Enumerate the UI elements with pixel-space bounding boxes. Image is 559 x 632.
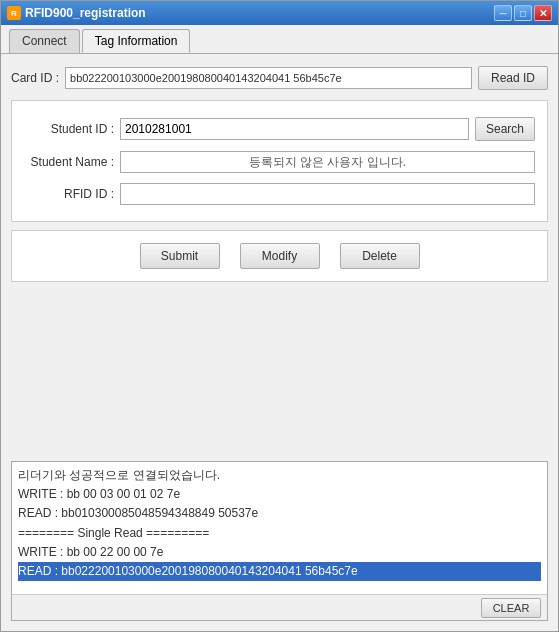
log-section: 리더기와 성공적으로 연결되었습니다.WRITE : bb 00 03 00 0…	[11, 461, 548, 621]
rfid-id-row: RFID ID :	[24, 183, 535, 205]
log-line: READ : bb022200103000e200198080040143204…	[18, 562, 541, 581]
info-box: Student ID : Search Student Name : RFID …	[11, 100, 548, 222]
main-window: R RFID900_registration ─ □ ✕ Connect Tag…	[0, 0, 559, 632]
main-content: Card ID : Read ID Student ID : Search St…	[1, 54, 558, 631]
student-id-input[interactable]	[120, 118, 469, 140]
log-line: WRITE : bb 00 22 00 00 7e	[18, 543, 541, 562]
title-buttons: ─ □ ✕	[494, 5, 552, 21]
search-button[interactable]: Search	[475, 117, 535, 141]
log-line: WRITE : bb 00 03 00 01 02 7e	[18, 485, 541, 504]
window-title: RFID900_registration	[25, 6, 146, 20]
title-bar: R RFID900_registration ─ □ ✕	[1, 1, 558, 25]
tab-bar: Connect Tag Information	[1, 25, 558, 54]
tab-connect[interactable]: Connect	[9, 29, 80, 53]
log-content[interactable]: 리더기와 성공적으로 연결되었습니다.WRITE : bb 00 03 00 0…	[12, 462, 547, 594]
rfid-id-input[interactable]	[120, 183, 535, 205]
action-box: Submit Modify Delete	[11, 230, 548, 282]
student-id-label: Student ID :	[24, 122, 114, 136]
rfid-id-label: RFID ID :	[24, 187, 114, 201]
title-bar-left: R RFID900_registration	[7, 6, 146, 20]
maximize-button[interactable]: □	[514, 5, 532, 21]
modify-button[interactable]: Modify	[240, 243, 320, 269]
read-id-button[interactable]: Read ID	[478, 66, 548, 90]
log-footer: CLEAR	[12, 594, 547, 620]
card-id-row: Card ID : Read ID	[11, 64, 548, 92]
student-name-row: Student Name :	[24, 151, 535, 173]
card-id-label: Card ID :	[11, 71, 59, 85]
delete-button[interactable]: Delete	[340, 243, 420, 269]
log-line: 리더기와 성공적으로 연결되었습니다.	[18, 466, 541, 485]
clear-button[interactable]: CLEAR	[481, 598, 541, 618]
log-line: ======== Single Read =========	[18, 524, 541, 543]
student-id-row: Student ID : Search	[24, 117, 535, 141]
app-icon: R	[7, 6, 21, 20]
log-line: READ : bb010300085048594348849 50537e	[18, 504, 541, 523]
tab-tag-information[interactable]: Tag Information	[82, 29, 191, 53]
student-name-input[interactable]	[120, 151, 535, 173]
card-id-input[interactable]	[65, 67, 472, 89]
submit-button[interactable]: Submit	[140, 243, 220, 269]
spacer	[11, 290, 548, 453]
minimize-button[interactable]: ─	[494, 5, 512, 21]
close-button[interactable]: ✕	[534, 5, 552, 21]
student-name-label: Student Name :	[24, 155, 114, 169]
